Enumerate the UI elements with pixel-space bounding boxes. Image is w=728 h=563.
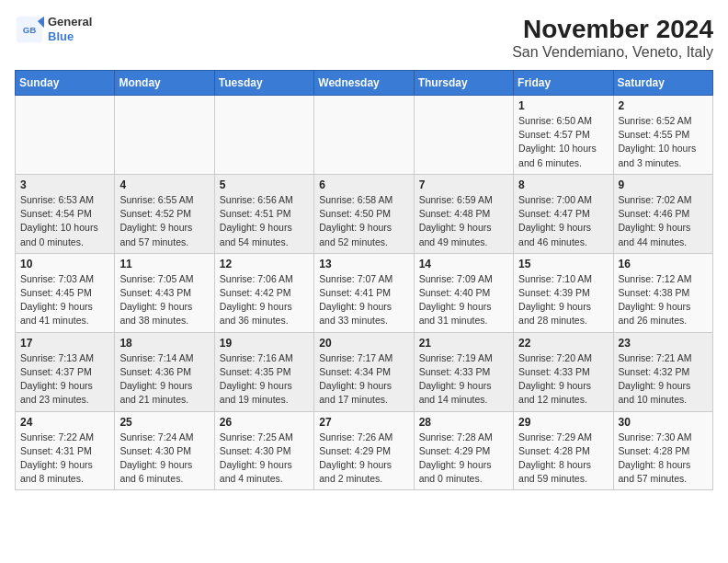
day-info: Sunrise: 7:12 AM Sunset: 4:38 PM Dayligh… bbox=[619, 272, 708, 328]
day-number: 12 bbox=[220, 258, 309, 270]
day-info: Sunrise: 7:09 AM Sunset: 4:40 PM Dayligh… bbox=[419, 272, 508, 328]
day-number: 4 bbox=[119, 178, 209, 191]
day-number: 13 bbox=[319, 258, 408, 270]
day-info: Sunrise: 6:50 AM Sunset: 4:57 PM Dayligh… bbox=[518, 114, 608, 170]
calendar-cell: 16Sunrise: 7:12 AM Sunset: 4:38 PM Dayli… bbox=[613, 253, 712, 332]
day-number: 2 bbox=[619, 99, 708, 112]
day-info: Sunrise: 7:06 AM Sunset: 4:42 PM Dayligh… bbox=[220, 272, 309, 328]
calendar-table: SundayMondayTuesdayWednesdayThursdayFrid… bbox=[15, 70, 713, 490]
calendar-cell: 20Sunrise: 7:17 AM Sunset: 4:34 PM Dayli… bbox=[314, 332, 414, 411]
day-number: 11 bbox=[119, 258, 209, 270]
day-info: Sunrise: 7:17 AM Sunset: 4:34 PM Dayligh… bbox=[319, 351, 408, 408]
logo: GB General Blue bbox=[15, 15, 92, 44]
day-info: Sunrise: 7:02 AM Sunset: 4:46 PM Dayligh… bbox=[619, 193, 708, 249]
calendar-week-row: 10Sunrise: 7:03 AM Sunset: 4:45 PM Dayli… bbox=[16, 253, 713, 332]
calendar-cell: 18Sunrise: 7:14 AM Sunset: 4:36 PM Dayli… bbox=[115, 332, 214, 411]
calendar-cell: 1Sunrise: 6:50 AM Sunset: 4:57 PM Daylig… bbox=[514, 96, 613, 175]
day-info: Sunrise: 7:14 AM Sunset: 4:36 PM Dayligh… bbox=[119, 351, 209, 408]
calendar-body: 1Sunrise: 6:50 AM Sunset: 4:57 PM Daylig… bbox=[16, 96, 713, 490]
weekday-header-friday: Friday bbox=[514, 71, 613, 96]
calendar-cell bbox=[115, 96, 214, 175]
calendar-cell: 19Sunrise: 7:16 AM Sunset: 4:35 PM Dayli… bbox=[214, 332, 313, 411]
day-number: 18 bbox=[119, 337, 209, 350]
calendar-cell: 9Sunrise: 7:02 AM Sunset: 4:46 PM Daylig… bbox=[613, 174, 712, 253]
calendar-cell bbox=[16, 96, 115, 175]
weekday-header-saturday: Saturday bbox=[613, 71, 712, 96]
day-info: Sunrise: 7:10 AM Sunset: 4:39 PM Dayligh… bbox=[518, 272, 608, 328]
calendar-header: SundayMondayTuesdayWednesdayThursdayFrid… bbox=[16, 71, 713, 96]
weekday-header-monday: Monday bbox=[115, 71, 214, 96]
day-number: 6 bbox=[319, 178, 408, 191]
day-info: Sunrise: 7:30 AM Sunset: 4:28 PM Dayligh… bbox=[619, 431, 708, 487]
day-number: 29 bbox=[518, 416, 608, 429]
calendar-week-row: 3Sunrise: 6:53 AM Sunset: 4:54 PM Daylig… bbox=[16, 174, 713, 253]
calendar-cell: 21Sunrise: 7:19 AM Sunset: 4:33 PM Dayli… bbox=[414, 332, 513, 411]
logo-text: General Blue bbox=[48, 15, 92, 43]
title-block: November 2024 San Vendemiano, Veneto, It… bbox=[512, 15, 713, 61]
calendar-title: November 2024 bbox=[512, 15, 713, 44]
day-number: 21 bbox=[419, 337, 508, 350]
calendar-cell: 14Sunrise: 7:09 AM Sunset: 4:40 PM Dayli… bbox=[414, 253, 513, 332]
day-info: Sunrise: 6:53 AM Sunset: 4:54 PM Dayligh… bbox=[20, 193, 109, 249]
day-number: 30 bbox=[619, 416, 708, 429]
day-info: Sunrise: 6:55 AM Sunset: 4:52 PM Dayligh… bbox=[119, 193, 209, 249]
calendar-subtitle: San Vendemiano, Veneto, Italy bbox=[512, 44, 713, 61]
page-header: GB General Blue November 2024 San Vendem… bbox=[15, 15, 713, 61]
svg-text:GB: GB bbox=[23, 25, 37, 35]
weekday-header-wednesday: Wednesday bbox=[314, 71, 414, 96]
calendar-cell bbox=[414, 96, 513, 175]
weekday-header-sunday: Sunday bbox=[16, 71, 115, 96]
calendar-cell: 8Sunrise: 7:00 AM Sunset: 4:47 PM Daylig… bbox=[514, 174, 613, 253]
weekday-header-tuesday: Tuesday bbox=[214, 71, 313, 96]
day-info: Sunrise: 6:59 AM Sunset: 4:48 PM Dayligh… bbox=[419, 193, 508, 249]
calendar-cell: 4Sunrise: 6:55 AM Sunset: 4:52 PM Daylig… bbox=[115, 174, 214, 253]
day-number: 25 bbox=[119, 416, 209, 429]
day-info: Sunrise: 7:00 AM Sunset: 4:47 PM Dayligh… bbox=[518, 193, 608, 249]
calendar-cell: 3Sunrise: 6:53 AM Sunset: 4:54 PM Daylig… bbox=[16, 174, 115, 253]
day-number: 10 bbox=[20, 258, 109, 270]
calendar-cell: 22Sunrise: 7:20 AM Sunset: 4:33 PM Dayli… bbox=[514, 332, 613, 411]
day-number: 8 bbox=[518, 178, 608, 191]
day-number: 1 bbox=[518, 99, 608, 112]
day-number: 26 bbox=[220, 416, 309, 429]
calendar-cell: 12Sunrise: 7:06 AM Sunset: 4:42 PM Dayli… bbox=[214, 253, 313, 332]
calendar-cell: 15Sunrise: 7:10 AM Sunset: 4:39 PM Dayli… bbox=[514, 253, 613, 332]
calendar-cell: 27Sunrise: 7:26 AM Sunset: 4:29 PM Dayli… bbox=[314, 411, 414, 490]
day-number: 23 bbox=[619, 337, 708, 350]
day-info: Sunrise: 7:25 AM Sunset: 4:30 PM Dayligh… bbox=[220, 431, 309, 487]
calendar-cell: 7Sunrise: 6:59 AM Sunset: 4:48 PM Daylig… bbox=[414, 174, 513, 253]
calendar-cell: 29Sunrise: 7:29 AM Sunset: 4:28 PM Dayli… bbox=[514, 411, 613, 490]
day-info: Sunrise: 7:21 AM Sunset: 4:32 PM Dayligh… bbox=[619, 351, 708, 408]
calendar-week-row: 24Sunrise: 7:22 AM Sunset: 4:31 PM Dayli… bbox=[16, 411, 713, 490]
calendar-cell: 24Sunrise: 7:22 AM Sunset: 4:31 PM Dayli… bbox=[16, 411, 115, 490]
day-number: 22 bbox=[518, 337, 608, 350]
calendar-cell bbox=[314, 96, 414, 175]
calendar-cell: 5Sunrise: 6:56 AM Sunset: 4:51 PM Daylig… bbox=[214, 174, 313, 253]
calendar-cell: 13Sunrise: 7:07 AM Sunset: 4:41 PM Dayli… bbox=[314, 253, 414, 332]
day-number: 27 bbox=[319, 416, 408, 429]
day-info: Sunrise: 7:20 AM Sunset: 4:33 PM Dayligh… bbox=[518, 351, 608, 408]
day-number: 14 bbox=[419, 258, 508, 270]
calendar-week-row: 1Sunrise: 6:50 AM Sunset: 4:57 PM Daylig… bbox=[16, 96, 713, 175]
day-info: Sunrise: 6:58 AM Sunset: 4:50 PM Dayligh… bbox=[319, 193, 408, 249]
calendar-cell: 26Sunrise: 7:25 AM Sunset: 4:30 PM Dayli… bbox=[214, 411, 313, 490]
day-number: 7 bbox=[419, 178, 508, 191]
day-info: Sunrise: 7:16 AM Sunset: 4:35 PM Dayligh… bbox=[220, 351, 309, 408]
day-info: Sunrise: 7:07 AM Sunset: 4:41 PM Dayligh… bbox=[319, 272, 408, 328]
day-info: Sunrise: 7:28 AM Sunset: 4:29 PM Dayligh… bbox=[419, 431, 508, 487]
calendar-week-row: 17Sunrise: 7:13 AM Sunset: 4:37 PM Dayli… bbox=[16, 332, 713, 411]
day-number: 17 bbox=[20, 337, 109, 350]
calendar-cell: 25Sunrise: 7:24 AM Sunset: 4:30 PM Dayli… bbox=[115, 411, 214, 490]
weekday-header-row: SundayMondayTuesdayWednesdayThursdayFrid… bbox=[16, 71, 713, 96]
calendar-cell: 11Sunrise: 7:05 AM Sunset: 4:43 PM Dayli… bbox=[115, 253, 214, 332]
day-number: 5 bbox=[220, 178, 309, 191]
day-info: Sunrise: 7:19 AM Sunset: 4:33 PM Dayligh… bbox=[419, 351, 508, 408]
day-info: Sunrise: 6:52 AM Sunset: 4:55 PM Dayligh… bbox=[619, 114, 708, 170]
day-number: 16 bbox=[619, 258, 708, 270]
day-number: 9 bbox=[619, 178, 708, 191]
calendar-cell: 23Sunrise: 7:21 AM Sunset: 4:32 PM Dayli… bbox=[613, 332, 712, 411]
day-info: Sunrise: 7:24 AM Sunset: 4:30 PM Dayligh… bbox=[119, 431, 209, 487]
calendar-cell: 30Sunrise: 7:30 AM Sunset: 4:28 PM Dayli… bbox=[613, 411, 712, 490]
day-number: 19 bbox=[220, 337, 309, 350]
day-info: Sunrise: 7:22 AM Sunset: 4:31 PM Dayligh… bbox=[20, 431, 109, 487]
